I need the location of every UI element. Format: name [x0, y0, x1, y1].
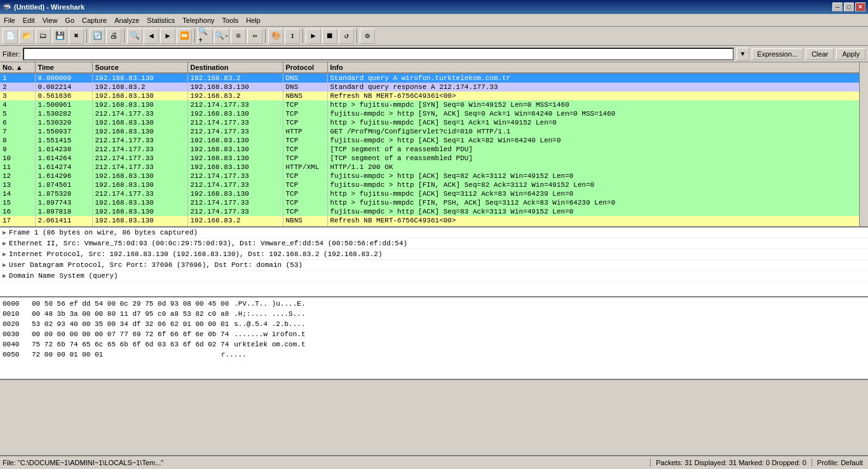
- menu-file[interactable]: File: [0, 15, 19, 25]
- cell-proto: NBNS: [283, 216, 327, 225]
- col-header-time[interactable]: Time: [35, 62, 92, 73]
- filter-dropdown[interactable]: ▼: [736, 48, 749, 60]
- cell-time: 3.561628: [35, 225, 92, 228]
- zoom-out-button[interactable]: 🔍-: [214, 29, 229, 44]
- menu-tools[interactable]: Tools: [219, 15, 243, 25]
- zoom-normal-button[interactable]: ⊙: [231, 29, 246, 44]
- detail-row[interactable]: ▶Internet Protocol, Src: 192.168.83.130 …: [0, 249, 868, 260]
- packet-list-scrollbar[interactable]: [859, 62, 868, 226]
- table-row[interactable]: 15 1.897743 192.168.83.130 212.174.177.3…: [0, 198, 868, 207]
- cell-time: 1.550937: [35, 127, 92, 136]
- table-row[interactable]: 16 1.897818 192.168.83.130 212.174.177.3…: [0, 207, 868, 216]
- menu-help[interactable]: Help: [242, 15, 264, 25]
- open-button[interactable]: 📂: [19, 29, 34, 44]
- menu-capture[interactable]: Capture: [78, 15, 111, 25]
- menu-statistics[interactable]: Statistics: [143, 15, 179, 25]
- cell-dst: 212.174.177.33: [187, 172, 283, 180]
- menu-analyze[interactable]: Analyze: [111, 15, 143, 25]
- col-header-info[interactable]: Info: [327, 62, 868, 73]
- cell-src: 192.168.83.130: [92, 127, 187, 136]
- save-button[interactable]: 💾: [52, 29, 67, 44]
- table-row[interactable]: 14 1.875328 212.174.177.33 192.168.83.13…: [0, 189, 868, 198]
- cell-proto: TCP: [283, 180, 327, 189]
- table-row[interactable]: 10 1.614264 212.174.177.33 192.168.83.13…: [0, 154, 868, 163]
- new-capture-button[interactable]: 📄: [3, 29, 18, 44]
- maximize-button[interactable]: □: [844, 3, 854, 11]
- stop-capture-button[interactable]: ⏹: [322, 29, 337, 44]
- print-button[interactable]: 🖨: [106, 29, 121, 44]
- open-recent-button[interactable]: 🗂: [36, 29, 51, 44]
- table-row[interactable]: 9 1.614238 212.174.177.33 192.168.83.130…: [0, 145, 868, 154]
- resize-columns-button[interactable]: ⇔: [247, 29, 262, 44]
- filter-input[interactable]: [23, 48, 734, 60]
- table-row[interactable]: 13 1.874561 192.168.83.130 212.174.177.3…: [0, 180, 868, 189]
- menu-view[interactable]: View: [39, 15, 62, 25]
- close-button[interactable]: ✕: [855, 3, 865, 11]
- menu-go[interactable]: Go: [61, 15, 78, 25]
- cell-src: 192.168.83.130: [92, 207, 187, 216]
- detail-row[interactable]: ▶User Datagram Protocol, Src Port: 37696…: [0, 260, 868, 271]
- cell-proto: TCP: [283, 172, 327, 180]
- table-row[interactable]: 12 1.614296 192.168.83.130 212.174.177.3…: [0, 172, 868, 180]
- detail-row[interactable]: ▶Ethernet II, Src: Vmware_75:0d:93 (00:0…: [0, 238, 868, 249]
- cell-dst: 192.168.83.130: [187, 189, 283, 198]
- table-row[interactable]: 1 0.000000 192.168.83.130 192.168.83.2 D…: [0, 73, 868, 83]
- auto-scroll-button[interactable]: ↧: [285, 29, 300, 44]
- jump-button[interactable]: ⏩: [177, 29, 192, 44]
- table-row[interactable]: 18 3.561628 192.168.83.130 192.168.83.2 …: [0, 225, 868, 228]
- cell-src: 192.168.83.130: [92, 198, 187, 207]
- minimize-button[interactable]: ─: [832, 3, 843, 11]
- hex-bytes: 53 02 93 40 00 35 00 34 df 32 06 62 01 0…: [32, 319, 229, 329]
- detail-row[interactable]: ▶Frame 1 (86 bytes on wire, 86 bytes cap…: [0, 228, 868, 238]
- cell-no: 1: [0, 73, 35, 83]
- options-button[interactable]: ⚙: [360, 29, 375, 44]
- cell-info: fujitsu-mmpdc > http [ACK] Seq=1 Ack=82 …: [327, 136, 868, 145]
- zoom-in-button[interactable]: 🔍+: [198, 29, 213, 44]
- reload-button[interactable]: 🔃: [90, 29, 105, 44]
- cell-time: 1.875328: [35, 189, 92, 198]
- clear-button[interactable]: Clear: [806, 48, 834, 60]
- filterbar: Filter: ▼ Expression... Clear Apply: [0, 46, 868, 62]
- expression-button[interactable]: Expression...: [752, 48, 804, 60]
- menu-edit[interactable]: Edit: [19, 15, 39, 25]
- packet-details: ▶Frame 1 (86 bytes on wire, 86 bytes cap…: [0, 228, 868, 297]
- detail-text: Domain Name System (query): [9, 272, 118, 280]
- colorize-button[interactable]: 🎨: [268, 29, 283, 44]
- cell-proto: TCP: [283, 154, 327, 163]
- col-header-proto[interactable]: Protocol: [283, 62, 327, 73]
- table-row[interactable]: 17 2.061411 192.168.83.130 192.168.83.2 …: [0, 216, 868, 225]
- menu-telephony[interactable]: Telephony: [179, 15, 218, 25]
- table-row[interactable]: 4 1.500961 192.168.83.130 212.174.177.33…: [0, 100, 868, 109]
- cell-dst: 192.168.83.2: [187, 92, 283, 100]
- sep3: [194, 29, 195, 43]
- col-header-no[interactable]: No. ▲: [0, 62, 35, 73]
- statusbar: File: "C:\DOCUME~1\ADMINI~1\LOCALS~1\Tem…: [0, 455, 868, 469]
- table-row[interactable]: 11 1.614274 212.174.177.33 192.168.83.13…: [0, 163, 868, 172]
- table-row[interactable]: 8 1.551415 212.174.177.33 192.168.83.130…: [0, 136, 868, 145]
- cell-time: 0.082214: [35, 83, 92, 92]
- forward-button[interactable]: ▶: [160, 29, 175, 44]
- status-file: File: "C:\DOCUME~1\ADMINI~1\LOCALS~1\Tem…: [0, 459, 651, 466]
- table-row[interactable]: 3 0.561636 192.168.83.130 192.168.83.2 N…: [0, 92, 868, 100]
- back-button[interactable]: ◀: [144, 29, 159, 44]
- table-row[interactable]: 7 1.550937 192.168.83.130 212.174.177.33…: [0, 127, 868, 136]
- cell-dst: 192.168.83.130: [187, 136, 283, 145]
- table-row[interactable]: 6 1.530320 192.168.83.130 212.174.177.33…: [0, 118, 868, 127]
- start-capture-button[interactable]: ▶: [306, 29, 321, 44]
- apply-button[interactable]: Apply: [836, 48, 865, 60]
- table-row[interactable]: 5 1.530282 212.174.177.33 192.168.83.130…: [0, 109, 868, 118]
- cell-time: 1.874561: [35, 180, 92, 189]
- find-button[interactable]: 🔍: [127, 29, 142, 44]
- cell-no: 15: [0, 198, 35, 207]
- detail-row[interactable]: ▶Domain Name System (query): [0, 271, 868, 282]
- sep4: [265, 29, 266, 43]
- cell-proto: TCP: [283, 145, 327, 154]
- table-row[interactable]: 2 0.082214 192.168.83.2 192.168.83.130 D…: [0, 83, 868, 92]
- cell-src: 212.174.177.33: [92, 136, 187, 145]
- restart-capture-button[interactable]: ↺: [339, 29, 354, 44]
- col-header-dst[interactable]: Destination: [187, 62, 283, 73]
- col-header-src[interactable]: Source: [92, 62, 187, 73]
- close-button2[interactable]: ✖: [69, 29, 84, 44]
- sep1: [86, 29, 87, 43]
- detail-text: User Datagram Protocol, Src Port: 37696 …: [9, 261, 302, 269]
